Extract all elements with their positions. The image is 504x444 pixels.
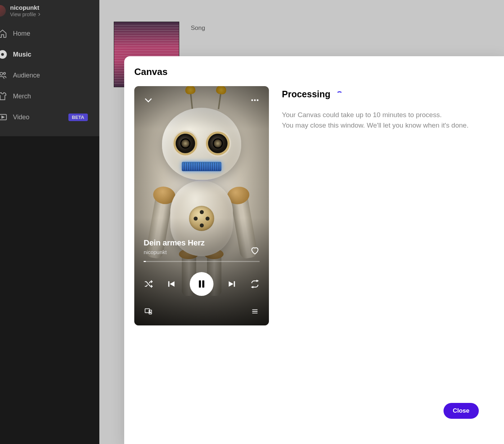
pause-button[interactable] bbox=[190, 272, 213, 296]
svg-rect-14 bbox=[234, 281, 235, 287]
previous-icon[interactable] bbox=[167, 279, 176, 289]
status-panel: Processing Your Canvas could take up to … bbox=[282, 86, 494, 434]
progress-bar[interactable] bbox=[144, 261, 260, 262]
devices-icon[interactable] bbox=[144, 307, 153, 316]
status-message-1: Your Canvas could take up to 10 minutes … bbox=[282, 110, 494, 120]
svg-marker-13 bbox=[229, 281, 233, 287]
svg-point-8 bbox=[257, 99, 258, 101]
more-icon[interactable] bbox=[250, 96, 260, 105]
status-title: Processing bbox=[282, 89, 330, 99]
svg-rect-12 bbox=[202, 280, 204, 288]
status-message-2: You may close this window. We'll let you… bbox=[282, 120, 494, 130]
track-artist: nicopunkt bbox=[144, 249, 204, 255]
svg-point-7 bbox=[254, 99, 256, 101]
next-icon[interactable] bbox=[227, 279, 237, 289]
canvas-preview: Dein armes Herz nicopunkt bbox=[134, 86, 269, 325]
repeat-icon[interactable] bbox=[250, 279, 260, 289]
shuffle-icon[interactable] bbox=[144, 279, 153, 289]
chevron-down-icon[interactable] bbox=[144, 96, 153, 105]
modal-title: Canvas bbox=[134, 66, 494, 77]
canvas-modal: Canvas bbox=[124, 56, 504, 444]
svg-point-17 bbox=[150, 312, 151, 313]
svg-rect-10 bbox=[168, 281, 169, 287]
track-title: Dein armes Herz bbox=[144, 238, 204, 248]
svg-marker-9 bbox=[170, 281, 175, 287]
close-button[interactable]: Close bbox=[444, 403, 479, 419]
svg-rect-11 bbox=[199, 280, 201, 288]
spinner-icon bbox=[336, 91, 343, 98]
queue-icon[interactable] bbox=[250, 307, 260, 316]
svg-point-6 bbox=[251, 99, 253, 101]
heart-icon[interactable] bbox=[250, 246, 260, 255]
